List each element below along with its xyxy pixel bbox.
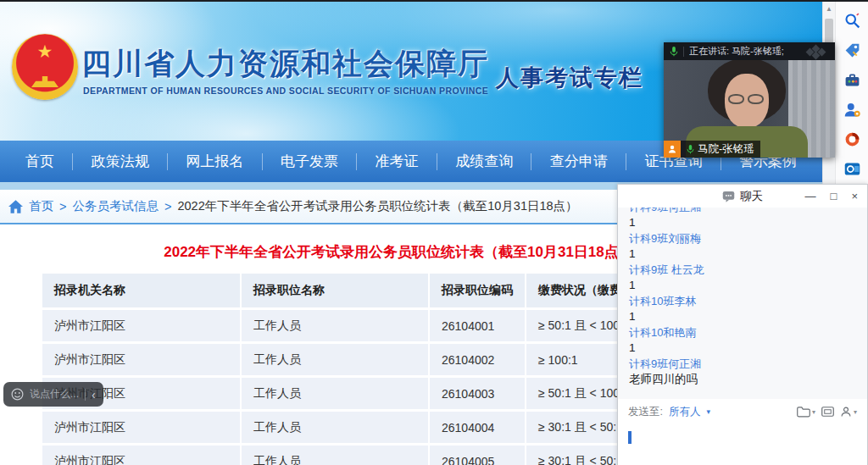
- nav-divider: [356, 153, 357, 170]
- nav-divider: [626, 153, 626, 170]
- close-button[interactable]: ×: [851, 191, 858, 202]
- message-text: 老师四川的吗: [629, 374, 856, 385]
- participant-nametag: 马院-张铭瑶: [664, 141, 760, 158]
- tag-icon[interactable]: [843, 42, 861, 59]
- message-sender: 计科9班 杜云龙: [629, 264, 856, 276]
- glasses-icon: [748, 94, 764, 104]
- nav-divider: [167, 153, 168, 170]
- video-call-overlay: 正在讲话: 马院-张铭瑶; 马院-张铭瑶: [664, 42, 835, 158]
- message-text: 1: [629, 248, 856, 260]
- speaking-status-text: 正在讲话: 马院-张铭瑶;: [689, 45, 802, 58]
- cell-org: 泸州市江阳区: [42, 446, 240, 465]
- participant-name: 马院-张铭瑶: [698, 142, 754, 157]
- cell-position: 工作人员: [242, 412, 428, 443]
- cell-org: 泸州市江阳区: [42, 344, 240, 375]
- nav-item-score-query[interactable]: 成绩查询: [455, 152, 513, 171]
- nav-item-score-review[interactable]: 查分申请: [550, 152, 608, 171]
- chat-header[interactable]: 聊天 — □ ×: [618, 185, 867, 208]
- titlebar-divider: [683, 47, 684, 57]
- chat-window: 聊天 — □ × 计科9班何正湘 1 计科9班刘丽梅 1 计科9班 杜云龙 1 …: [617, 184, 868, 465]
- cell-code: 26104004: [430, 412, 525, 443]
- chat-footer: 发送至: 所有人 ▾ ▾ ▾: [618, 399, 867, 465]
- header-org: 招录机关名称: [42, 274, 240, 307]
- breadcrumb-separator: >: [164, 200, 171, 213]
- breadcrumb-section[interactable]: 公务员考试信息: [72, 198, 159, 214]
- chevron-down-icon: ▾: [706, 407, 710, 416]
- breadcrumb-separator: >: [59, 200, 66, 213]
- glasses-icon: [728, 94, 744, 104]
- briefcase-icon[interactable]: [843, 71, 861, 89]
- nav-divider: [72, 153, 73, 170]
- cell-position: 工作人员: [242, 310, 428, 341]
- header-code: 招录职位编码: [430, 274, 525, 307]
- cell-org: 泸州市江阳区: [42, 412, 240, 443]
- message-sender: 计科9班何正湘: [629, 358, 856, 370]
- send-file-button[interactable]: ▾: [797, 406, 815, 418]
- minimize-button[interactable]: —: [805, 191, 816, 202]
- message-text: 1: [629, 311, 856, 323]
- chevron-down-icon: ▾: [812, 408, 815, 416]
- nav-item-einvoice[interactable]: 电子发票: [281, 152, 338, 171]
- cell-code: 26104001: [430, 310, 525, 341]
- search-icon[interactable]: [843, 12, 861, 30]
- breadcrumb-home[interactable]: 首页: [29, 198, 53, 214]
- site-title: 四川省人力资源和社会保障厅: [81, 44, 489, 84]
- message-sender: 计科9班何正湘: [629, 208, 856, 213]
- smiley-icon: [11, 388, 24, 401]
- message-sender: 计科9班刘丽梅: [629, 233, 856, 245]
- outlook-icon[interactable]: [843, 160, 861, 178]
- cell-code: 26104003: [430, 378, 525, 409]
- emblem-gate-icon: [31, 76, 58, 87]
- site-title-english: DEPARTMENT OF HUMAN RESOURCES AND SOCIAL…: [83, 86, 488, 96]
- message-text: 1: [629, 342, 856, 354]
- emblem-star-icon: ★: [37, 42, 53, 60]
- message-text: 1: [629, 280, 856, 291]
- quick-chat-placeholder[interactable]: 说点什么...: [30, 387, 79, 401]
- chat-input[interactable]: [618, 424, 867, 465]
- nav-divider: [531, 153, 531, 170]
- nav-divider: [437, 153, 437, 170]
- quick-chat-bubble[interactable]: 说点什么... ‹: [3, 382, 103, 407]
- cell-position: 工作人员: [242, 446, 428, 465]
- scroll-up-arrow-icon[interactable]: ▲: [823, 2, 835, 13]
- platform-logo-icon: [807, 45, 829, 58]
- breadcrumb-current: 2022年下半年全省公开考试录用公务员职位统计表（截至10月31日18点）: [177, 198, 577, 214]
- text-cursor: [628, 431, 632, 444]
- header-position: 招录职位名称: [242, 274, 428, 307]
- chat-title: 聊天: [740, 189, 763, 204]
- chat-bubble-icon: [722, 191, 735, 202]
- office-icon[interactable]: [843, 130, 861, 148]
- screenshot-button[interactable]: [821, 406, 834, 418]
- message-sender: 计科10班李林: [629, 296, 856, 307]
- window-top-edge: [0, 0, 868, 2]
- chevron-down-icon: ▾: [854, 408, 857, 416]
- send-to-dropdown[interactable]: 所有人: [669, 405, 701, 419]
- message-sender: 计科10和艳南: [629, 327, 856, 339]
- nav-item-admission-ticket[interactable]: 准考证: [376, 152, 419, 171]
- cell-code: 26104002: [430, 344, 525, 375]
- message-text: 1: [629, 217, 856, 229]
- cell-code: 26104005: [430, 446, 525, 465]
- national-emblem-logo: ★: [12, 34, 78, 100]
- nametag-body: 马院-张铭瑶: [681, 141, 760, 158]
- participant-avatar-icon: [664, 141, 681, 158]
- speaking-mic-icon: [670, 47, 678, 57]
- members-button[interactable]: ▾: [840, 406, 857, 418]
- home-icon: [8, 200, 23, 213]
- send-to-row: 发送至: 所有人 ▾ ▾ ▾: [618, 399, 867, 424]
- nav-item-home[interactable]: 首页: [25, 152, 54, 171]
- nav-item-policies[interactable]: 政策法规: [92, 152, 149, 171]
- video-overlay-titlebar[interactable]: 正在讲话: 马院-张铭瑶;: [664, 42, 835, 60]
- maximize-button[interactable]: □: [831, 191, 837, 202]
- send-to-label: 发送至:: [628, 405, 663, 419]
- cell-position: 工作人员: [242, 378, 428, 409]
- chat-message-list[interactable]: 计科9班何正湘 1 计科9班刘丽梅 1 计科9班 杜云龙 1 计科10班李林 1…: [618, 208, 867, 399]
- screen: ★ 四川省人力资源和社会保障厅 DEPARTMENT OF HUMAN RESO…: [0, 0, 868, 465]
- contacts-icon[interactable]: [843, 101, 861, 119]
- mic-icon: [687, 145, 694, 154]
- exam-column-label: 人事考试专栏: [496, 63, 643, 93]
- bubble-divider: [85, 389, 86, 401]
- collapse-chevron-icon[interactable]: ‹: [92, 389, 96, 401]
- nav-item-online-registration[interactable]: 网上报名: [186, 152, 243, 171]
- chat-window-controls: — □ ×: [805, 185, 858, 208]
